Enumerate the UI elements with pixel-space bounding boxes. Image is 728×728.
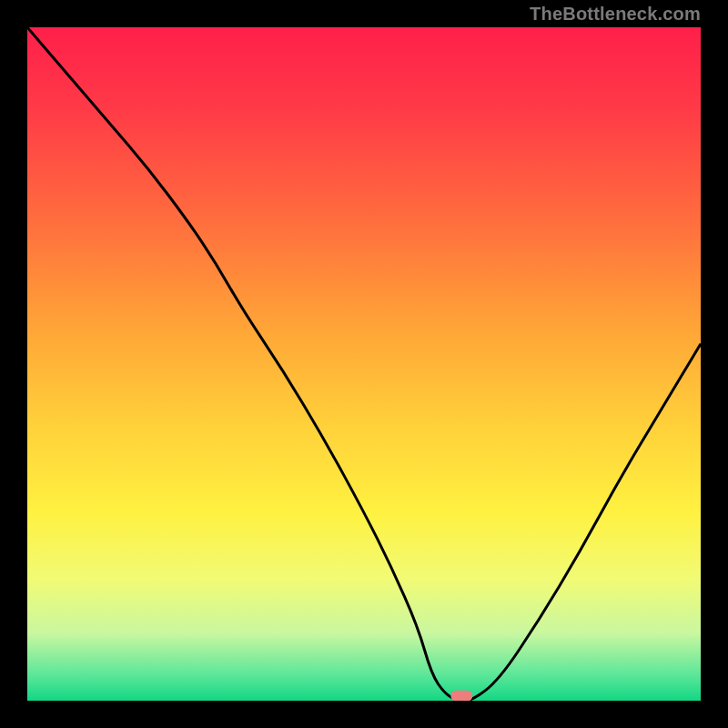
bottleneck-chart bbox=[27, 27, 701, 701]
chart-frame: TheBottleneck.com bbox=[0, 0, 728, 728]
attribution-label: TheBottleneck.com bbox=[530, 4, 701, 25]
optimal-marker bbox=[450, 691, 472, 701]
plot-area bbox=[27, 27, 701, 701]
gradient-background bbox=[27, 27, 701, 701]
